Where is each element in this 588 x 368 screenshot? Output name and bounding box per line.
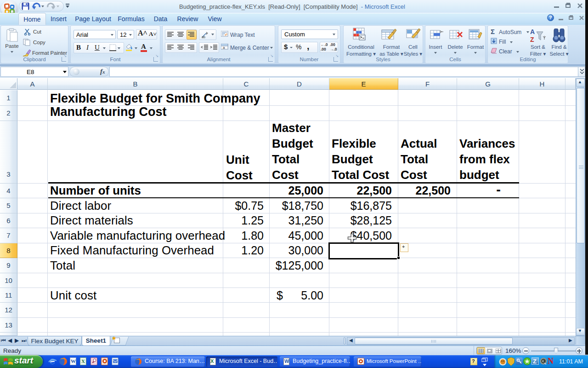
svg-text:ab: ab: [202, 35, 205, 39]
svg-text:A: A: [530, 28, 535, 35]
svg-text:Z: Z: [530, 36, 534, 43]
svg-text:a: a: [223, 46, 225, 50]
